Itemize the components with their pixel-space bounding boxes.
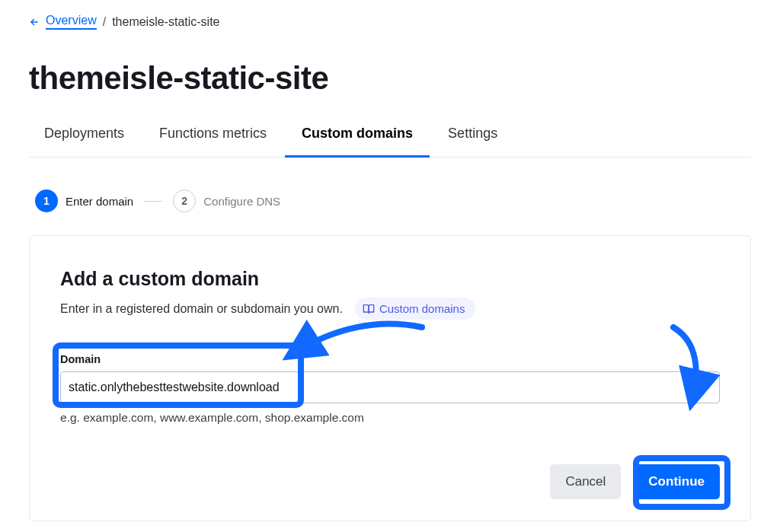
breadcrumb: Overview / themeisle-static-site (29, 14, 751, 30)
step-number: 1 (35, 190, 58, 212)
domain-input[interactable] (60, 371, 720, 403)
tab-custom-domains[interactable]: Custom domains (300, 123, 414, 157)
domain-form: Domain e.g. example.com, www.example.com… (60, 353, 720, 425)
tab-bar: Deployments Functions metrics Custom dom… (29, 123, 751, 158)
continue-button[interactable]: Continue (633, 464, 720, 499)
step-number: 2 (173, 190, 196, 212)
book-open-icon (363, 303, 375, 315)
action-row: Cancel Continue (60, 464, 720, 499)
step-label: Configure DNS (203, 195, 280, 208)
tab-functions-metrics[interactable]: Functions metrics (158, 123, 268, 157)
domain-field-label: Domain (60, 353, 720, 365)
tab-deployments[interactable]: Deployments (43, 123, 126, 157)
breadcrumb-overview-link[interactable]: Overview (46, 14, 97, 30)
custom-domains-pill[interactable]: Custom domains (355, 298, 476, 320)
step-enter-domain: 1 Enter domain (35, 190, 133, 212)
step-label: Enter domain (66, 195, 133, 208)
arrow-left-icon (29, 17, 40, 27)
cancel-button[interactable]: Cancel (550, 464, 621, 499)
breadcrumb-separator: / (103, 15, 106, 29)
step-configure-dns: 2 Configure DNS (173, 190, 280, 212)
domain-helper-text: e.g. example.com, www.example.com, shop.… (60, 411, 720, 425)
tab-settings[interactable]: Settings (446, 123, 499, 157)
card-heading: Add a custom domain (60, 268, 720, 290)
stepper: 1 Enter domain 2 Configure DNS (35, 190, 751, 212)
card-subtitle: Enter in a registered domain or subdomai… (60, 302, 343, 316)
breadcrumb-current: themeisle-static-site (112, 15, 219, 29)
step-connector (144, 201, 162, 202)
add-domain-card: Add a custom domain Enter in a registere… (29, 235, 751, 521)
page-title: themeisle-static-site (29, 60, 751, 97)
pill-label: Custom domains (379, 302, 465, 315)
